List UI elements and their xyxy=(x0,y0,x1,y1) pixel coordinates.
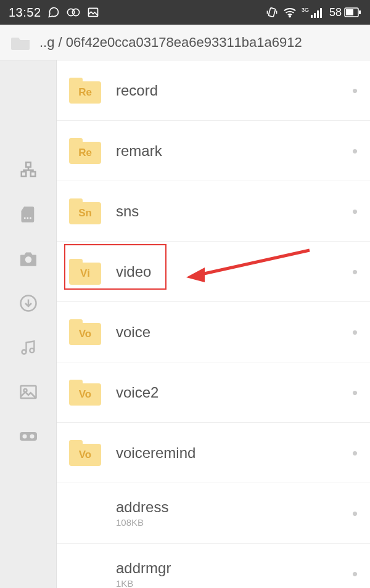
list-item[interactable]: Re record • xyxy=(57,60,370,121)
svg-point-1 xyxy=(72,9,79,15)
item-name: sns xyxy=(116,203,139,220)
item-name: remark xyxy=(116,142,162,160)
list-item[interactable]: addrmgr 1KB • xyxy=(57,544,370,588)
sdcard-icon[interactable] xyxy=(17,203,39,226)
item-size: 1KB xyxy=(116,578,171,589)
list-item[interactable]: address 108KB • xyxy=(57,483,370,544)
more-icon[interactable]: • xyxy=(352,445,358,461)
svg-point-21 xyxy=(30,348,34,353)
svg-rect-8 xyxy=(320,8,322,18)
folder-icon: Re xyxy=(69,138,101,164)
category-icon[interactable] xyxy=(17,159,39,181)
path-bar[interactable]: ..g / 06f42e0cca03178ea6e93311ba1a6912 xyxy=(0,25,370,60)
list-item[interactable]: Re remark • xyxy=(57,121,370,181)
more-icon[interactable]: • xyxy=(352,324,358,340)
item-size: 108KB xyxy=(116,517,168,528)
svg-rect-7 xyxy=(317,10,319,18)
svg-rect-11 xyxy=(346,9,353,15)
more-icon[interactable]: • xyxy=(352,203,358,219)
more-icon[interactable]: • xyxy=(352,83,358,99)
music-icon[interactable] xyxy=(17,337,39,359)
file-list: Re record • Re remark • Sn sns • Vi vide… xyxy=(57,60,370,588)
file-icon xyxy=(69,561,101,587)
folder-icon: Vo xyxy=(69,319,101,345)
file-icon xyxy=(69,500,101,526)
more-icon[interactable]: • xyxy=(352,505,358,521)
download-icon[interactable] xyxy=(17,292,39,314)
more-icon[interactable]: • xyxy=(352,264,358,280)
svg-rect-14 xyxy=(30,172,35,177)
folder-icon: Vo xyxy=(69,380,101,406)
item-name: voice2 xyxy=(116,384,158,401)
circles-icon xyxy=(66,6,81,18)
svg-point-25 xyxy=(22,435,27,439)
vibrate-icon xyxy=(266,6,278,18)
more-icon[interactable]: • xyxy=(352,385,358,401)
svg-point-20 xyxy=(22,350,26,354)
svg-rect-6 xyxy=(314,13,316,18)
svg-rect-3 xyxy=(268,7,276,17)
svg-rect-12 xyxy=(26,163,31,168)
item-name: video xyxy=(116,263,151,280)
item-name: addrmgr xyxy=(116,560,171,577)
list-item[interactable]: Vi video • xyxy=(57,242,370,302)
statusbar: 13:52 3G 58 xyxy=(0,0,370,25)
svg-point-18 xyxy=(25,256,31,263)
item-name: voice xyxy=(116,324,150,341)
more-icon[interactable]: • xyxy=(352,566,358,582)
list-item[interactable]: Vo voiceremind • xyxy=(57,423,370,483)
sidebar xyxy=(0,60,57,588)
svg-point-16 xyxy=(27,217,28,219)
item-name: record xyxy=(116,82,158,99)
svg-point-26 xyxy=(30,435,34,439)
status-time: 13:52 xyxy=(9,6,41,20)
wifi-icon xyxy=(283,6,297,18)
signal-icon: 3G xyxy=(302,7,324,18)
item-name: voiceremind xyxy=(116,444,195,462)
svg-point-15 xyxy=(23,217,25,219)
camera-icon[interactable] xyxy=(17,248,39,270)
folder-icon xyxy=(11,35,31,50)
chat-icon xyxy=(47,6,60,18)
folder-icon: Re xyxy=(69,78,101,104)
svg-rect-13 xyxy=(21,172,26,177)
folder-icon: Sn xyxy=(69,198,101,224)
hidden-icon[interactable] xyxy=(17,425,39,447)
list-item[interactable]: Vo voice • xyxy=(57,302,370,362)
more-icon[interactable]: • xyxy=(352,143,358,159)
svg-point-4 xyxy=(289,15,290,17)
image-icon xyxy=(87,6,99,18)
svg-rect-5 xyxy=(311,15,313,18)
picture-icon[interactable] xyxy=(17,381,39,403)
list-item[interactable]: Sn sns • xyxy=(57,181,370,242)
item-name: address xyxy=(116,499,168,516)
svg-point-17 xyxy=(29,217,31,219)
path-text: ..g / 06f42e0cca03178ea6e93311ba1a6912 xyxy=(39,35,302,51)
list-item[interactable]: Vo voice2 • xyxy=(57,362,370,423)
folder-icon: Vo xyxy=(69,440,101,466)
svg-rect-10 xyxy=(359,10,361,14)
battery-icon: 58 xyxy=(329,6,361,19)
svg-rect-24 xyxy=(20,432,37,441)
folder-icon: Vi xyxy=(69,259,101,285)
